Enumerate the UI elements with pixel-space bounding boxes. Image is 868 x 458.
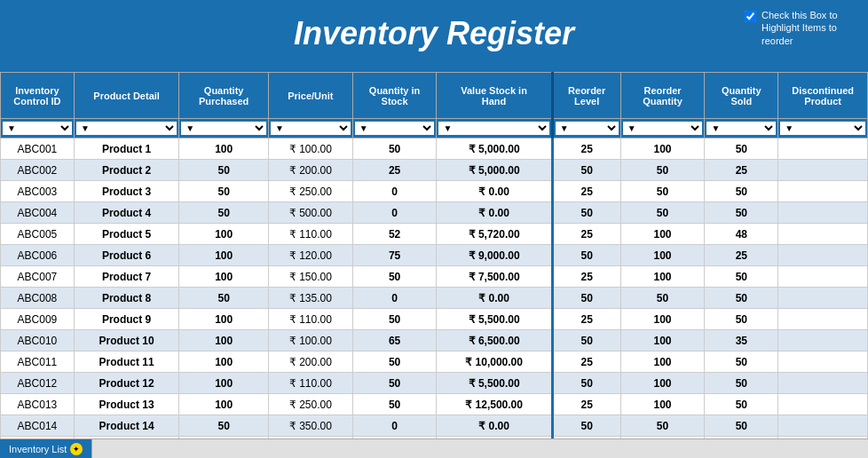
col-header-reorder_level: ReorderLevel: [552, 73, 620, 119]
cell-value_stock: ₹ 0.00: [437, 181, 552, 202]
filter-cell-discontinued[interactable]: ▼: [778, 119, 868, 138]
col-header-qty_purchased: QuantityPurchased: [179, 73, 269, 119]
cell-qty_purchased: 50: [179, 415, 269, 437]
cell-product: Product 1: [74, 138, 178, 160]
cell-price_unit: ₹ 150.00: [268, 266, 352, 288]
cell-reorder_qty: 100: [620, 309, 705, 330]
filter-cell-reorder_qty[interactable]: ▼: [620, 119, 705, 138]
cell-reorder_qty: 50: [620, 288, 705, 309]
cell-price_unit: ₹ 100.00: [268, 330, 352, 351]
cell-qty_purchased: 50: [179, 160, 269, 181]
table-row: ABC009Product 9100₹ 110.0050₹ 5,500.0025…: [1, 309, 868, 330]
cell-product: Product 8: [74, 288, 178, 309]
cell-reorder_qty: 50: [620, 202, 705, 224]
cell-value_stock: ₹ 7,500.00: [437, 266, 552, 288]
cell-qty_stock: 50: [352, 266, 437, 288]
inventory-list-tab[interactable]: Inventory List ✦: [0, 439, 92, 458]
table-row: ABC012Product 12100₹ 110.0050₹ 5,500.005…: [1, 373, 868, 394]
cell-reorder_level: 50: [552, 245, 620, 266]
cell-product: Product 2: [74, 160, 178, 181]
table-container: InventoryControl IDProduct DetailQuantit…: [0, 72, 868, 438]
cell-qty_purchased: 100: [179, 224, 269, 245]
page-title: Inventory Register: [294, 15, 574, 52]
table-row: ABC001Product 1100₹ 100.0050₹ 5,000.0025…: [1, 138, 868, 160]
cell-value_stock: ₹ 10,000.00: [437, 351, 552, 373]
cell-id: ABC006: [1, 245, 75, 266]
tab-bar: Inventory List ✦: [0, 438, 868, 458]
cell-discontinued: [778, 138, 868, 160]
filter-select-value_stock[interactable]: ▼: [438, 122, 548, 135]
filter-cell-qty_purchased[interactable]: ▼: [179, 119, 269, 138]
filter-select-product[interactable]: ▼: [76, 122, 177, 135]
cell-qty_stock: 50: [352, 351, 437, 373]
highlight-reorder-checkbox[interactable]: [745, 11, 756, 22]
filter-row[interactable]: ▼▼▼▼▼▼▼▼▼▼: [1, 119, 868, 138]
cell-discontinued: [778, 224, 868, 245]
cell-qty_stock: 0: [352, 202, 437, 224]
cell-discontinued: [778, 160, 868, 181]
filter-cell-product[interactable]: ▼: [74, 119, 178, 138]
cell-reorder_level: 25: [552, 351, 620, 373]
cell-qty_stock: 65: [352, 330, 437, 351]
cell-reorder_level: 25: [552, 138, 620, 160]
filter-select-discontinued[interactable]: ▼: [780, 122, 865, 135]
cell-reorder_level: 50: [552, 330, 620, 351]
cell-discontinued: [778, 330, 868, 351]
filter-select-reorder_level[interactable]: ▼: [556, 122, 619, 135]
table-row: ABC004Product 450₹ 500.000₹ 0.00505050: [1, 202, 868, 224]
table-body: ABC001Product 1100₹ 100.0050₹ 5,000.0025…: [1, 138, 868, 439]
cell-product: Product 14: [74, 415, 178, 437]
cell-qty_sold: 50: [705, 266, 778, 288]
cell-price_unit: ₹ 250.00: [268, 394, 352, 415]
cell-qty_sold: 35: [705, 330, 778, 351]
cell-id: ABC008: [1, 288, 75, 309]
col-header-qty_sold: QuantitySold: [705, 73, 778, 119]
cell-price_unit: ₹ 120.00: [268, 245, 352, 266]
filter-select-qty_sold[interactable]: ▼: [706, 122, 776, 135]
filter-cell-price_unit[interactable]: ▼: [268, 119, 352, 138]
cell-value_stock: ₹ 5,500.00: [437, 373, 552, 394]
cell-id: ABC011: [1, 351, 75, 373]
cell-product: Product 6: [74, 245, 178, 266]
cell-qty_sold: 25: [705, 245, 778, 266]
cell-value_stock: ₹ 5,000.00: [437, 138, 552, 160]
highlight-reorder-area[interactable]: Check this Box to Highlight Items to reo…: [745, 9, 859, 47]
filter-select-qty_stock[interactable]: ▼: [355, 122, 435, 135]
cell-product: Product 10: [74, 330, 178, 351]
table-row: ABC010Product 10100₹ 100.0065₹ 6,500.005…: [1, 330, 868, 351]
header: Inventory Register Check this Box to Hig…: [0, 0, 868, 67]
cell-qty_sold: 50: [705, 181, 778, 202]
cell-reorder_level: 50: [552, 373, 620, 394]
cell-qty_purchased: 100: [179, 309, 269, 330]
cell-qty_sold: 50: [705, 288, 778, 309]
cell-qty_sold: 50: [705, 373, 778, 394]
filter-cell-qty_stock[interactable]: ▼: [352, 119, 437, 138]
cell-reorder_level: 50: [552, 415, 620, 437]
filter-cell-id[interactable]: ▼: [1, 119, 75, 138]
table-row: ABC006Product 6100₹ 120.0075₹ 9,000.0050…: [1, 245, 868, 266]
filter-select-reorder_qty[interactable]: ▼: [623, 122, 703, 135]
cell-discontinued: [778, 351, 868, 373]
cell-qty_purchased: 50: [179, 181, 269, 202]
cell-qty_stock: 52: [352, 224, 437, 245]
filter-cell-qty_sold[interactable]: ▼: [705, 119, 778, 138]
table-row: ABC013Product 13100₹ 250.0050₹ 12,500.00…: [1, 394, 868, 415]
filter-select-id[interactable]: ▼: [3, 122, 72, 135]
filter-cell-value_stock[interactable]: ▼: [437, 119, 552, 138]
col-header-price_unit: Price/Unit: [268, 73, 352, 119]
cell-reorder_qty: 100: [620, 330, 705, 351]
filter-cell-reorder_level[interactable]: ▼: [552, 119, 620, 138]
cell-price_unit: ₹ 110.00: [268, 309, 352, 330]
table-row: ABC002Product 250₹ 200.0025₹ 5,000.00505…: [1, 160, 868, 181]
table-row: ABC003Product 350₹ 250.000₹ 0.00255050: [1, 181, 868, 202]
cell-price_unit: ₹ 135.00: [268, 288, 352, 309]
cell-reorder_qty: 100: [620, 245, 705, 266]
table-row: ABC011Product 11100₹ 200.0050₹ 10,000.00…: [1, 351, 868, 373]
cell-reorder_level: 25: [552, 266, 620, 288]
cell-qty_sold: 50: [705, 202, 778, 224]
cell-qty_sold: 48: [705, 224, 778, 245]
filter-select-qty_purchased[interactable]: ▼: [181, 122, 266, 135]
filter-select-price_unit[interactable]: ▼: [271, 122, 351, 135]
cell-qty_stock: 50: [352, 373, 437, 394]
cell-value_stock: ₹ 0.00: [437, 415, 552, 437]
